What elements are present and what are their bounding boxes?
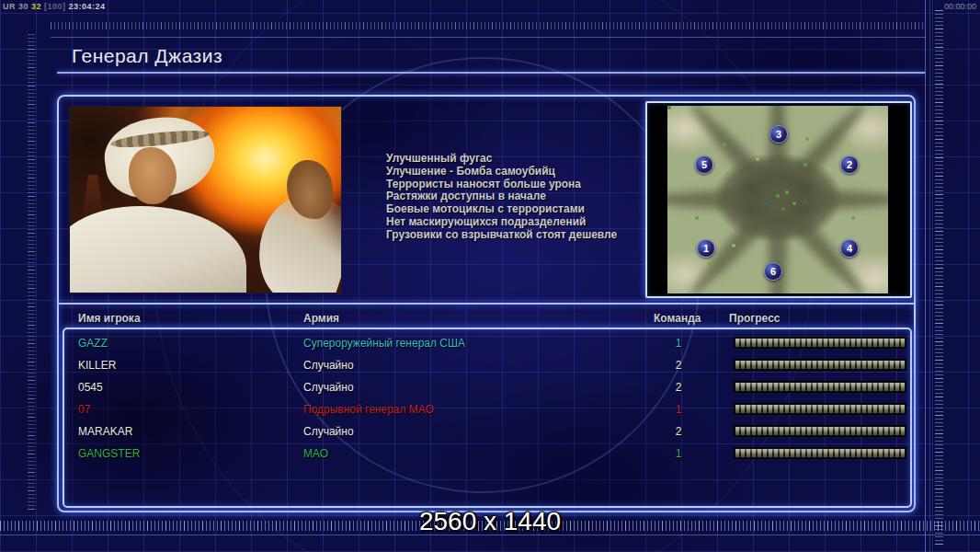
player-name: 07: [78, 403, 90, 416]
resolution-watermark: 2560 x 1440: [0, 507, 980, 536]
match-timer: 00:00:00: [944, 2, 976, 11]
ability-item: Растяжки доступны в начале: [386, 190, 662, 203]
ruler-top: [51, 22, 926, 29]
table-row: MARAKAR Случайно 2: [63, 421, 912, 443]
ability-item: Нет маскирующихся подразделений: [386, 216, 662, 229]
load-progress-fill: [735, 427, 905, 435]
player-team: 1: [651, 447, 706, 460]
title-divider-top: [51, 37, 926, 38]
player-team: 1: [651, 403, 706, 416]
table-row: 0545 Случайно 2: [63, 377, 912, 399]
load-progress-bar: [734, 337, 906, 349]
player-army: Случайно: [303, 425, 354, 438]
load-progress-bar: [734, 381, 906, 393]
player-team: 2: [651, 381, 706, 394]
start-position-marker-2: 2: [840, 155, 859, 174]
player-team: 1: [651, 337, 706, 350]
column-header-army: Армия: [303, 312, 339, 325]
table-row: KILLER Случайно 2: [63, 355, 912, 377]
player-name: 0545: [78, 381, 103, 394]
load-progress-fill: [735, 383, 905, 391]
load-progress-fill: [735, 405, 905, 413]
map-preview-image: 1 2 3 4 5 6: [667, 106, 888, 293]
title-divider-bottom: [57, 72, 925, 74]
ability-item: Улучшение - Бомба самоубийц: [386, 166, 662, 178]
player-name: GANGSTER: [78, 447, 140, 460]
start-position-marker-4: 4: [840, 239, 859, 258]
ruler-right: [935, 7, 943, 545]
face-art: [129, 147, 177, 204]
general-abilities-list: Улучшенный фугас Улучшение - Бомба самоу…: [386, 153, 662, 242]
column-header-team: Команда: [654, 312, 701, 325]
load-progress-bar: [734, 447, 906, 459]
load-progress-bar: [734, 425, 906, 437]
ruler-left: [28, 33, 35, 510]
start-position-marker-3: 3: [769, 125, 788, 144]
map-terrain-dots: [667, 106, 671, 109]
ability-item: Террористы наносят больше урона: [386, 178, 662, 191]
player-name: GAZZ: [78, 337, 108, 350]
table-divider: [57, 303, 916, 305]
player-army: Случайно: [303, 381, 354, 394]
player-team: 2: [651, 359, 706, 372]
general-portrait: [69, 106, 342, 293]
map-preview-panel: 1 2 3 4 5 6: [645, 101, 912, 298]
player-name: MARAKAR: [78, 425, 132, 438]
fps-value: 32: [31, 2, 41, 11]
buffer-value: [100]: [44, 2, 66, 11]
table-row: 07 Подрывной генерал МАО 1: [63, 399, 912, 421]
column-header-progress: Прогресс: [729, 312, 780, 325]
load-progress-bar: [734, 403, 906, 415]
table-row: GANGSTER МАО 1: [63, 443, 912, 466]
load-progress-bar: [734, 359, 906, 371]
player-army: МАО: [303, 447, 328, 460]
page-title: Генерал Джазиз: [72, 45, 222, 67]
player-army: Случайно: [303, 359, 354, 372]
clock: 23:04:24: [69, 2, 106, 11]
edge-line-vertical-2: [929, 0, 930, 552]
start-position-marker-6: 6: [764, 262, 782, 281]
load-progress-fill: [735, 361, 905, 369]
ability-item: Улучшенный фугас: [386, 153, 662, 166]
ability-item: Боевые мотоциклы с террористами: [386, 203, 662, 216]
player-army: Супероружейный генерал США: [303, 337, 465, 350]
start-position-marker-5: 5: [695, 155, 713, 174]
load-progress-fill: [735, 339, 905, 347]
column-header-player-name: Имя игрока: [78, 312, 141, 325]
player-name: KILLER: [78, 359, 116, 372]
debug-stats: UR 30 32 [100] 23:04:24: [3, 2, 106, 11]
edge-line-vertical: [925, 0, 926, 552]
table-row: GAZZ Супероружейный генерал США 1: [63, 333, 912, 355]
ability-item: Грузовики со взрывчаткой стоят дешевле: [386, 229, 662, 242]
fps-counter: UR 30: [3, 2, 28, 11]
start-position-marker-1: 1: [697, 239, 715, 258]
load-progress-fill: [735, 449, 905, 457]
player-team: 2: [651, 425, 706, 438]
player-army: Подрывной генерал МАО: [303, 403, 434, 416]
